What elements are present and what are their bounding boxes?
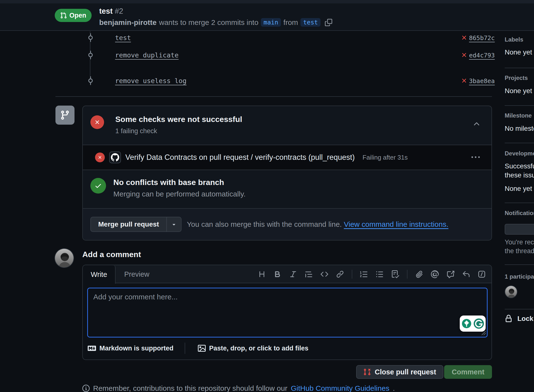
commit-sha-link[interactable]: ed4c793 bbox=[469, 52, 495, 59]
info-icon bbox=[82, 385, 90, 392]
sidebar-development-header: Development bbox=[505, 150, 534, 157]
copy-branch-icon[interactable] bbox=[325, 19, 332, 26]
merge-options-dropdown[interactable] bbox=[167, 217, 181, 231]
triangle-down-icon bbox=[171, 221, 177, 227]
status-badge-label: Open bbox=[69, 12, 86, 19]
notifications-note-line1: You're receiving notifications because y… bbox=[505, 239, 534, 246]
period: . bbox=[393, 384, 395, 392]
languagetool-icon[interactable] bbox=[461, 318, 472, 329]
markdown-supported-link[interactable]: Markdown is supported bbox=[88, 344, 173, 352]
numbered-list-icon[interactable] bbox=[360, 270, 368, 278]
lock-conversation-button[interactable]: Lock conversation bbox=[505, 315, 534, 323]
lock-icon bbox=[505, 315, 513, 323]
comment-editor-wrap bbox=[87, 288, 488, 338]
sidebar-labels-value: None yet bbox=[505, 48, 532, 56]
sidebar-notifications-header: Notifications bbox=[505, 210, 534, 217]
quote-icon[interactable] bbox=[305, 270, 313, 278]
add-files-label: Paste, drop, or click to add files bbox=[209, 345, 309, 352]
cli-merge-text: You can also merge this with the command… bbox=[187, 220, 449, 229]
contribution-note-text: Remember, contributions to this reposito… bbox=[93, 384, 287, 392]
chevron-up-icon[interactable] bbox=[472, 120, 481, 128]
comment-submit-button[interactable]: Comment bbox=[444, 365, 492, 379]
check-failed-x-icon bbox=[461, 34, 468, 41]
pr-title-text: test bbox=[99, 7, 113, 15]
status-badge: Open bbox=[55, 9, 92, 22]
commit-message-link[interactable]: test bbox=[115, 34, 131, 42]
check-name: Verify Data Contracts on pull request / … bbox=[125, 153, 355, 162]
github-logo-icon bbox=[111, 153, 119, 162]
head-branch-label[interactable]: test bbox=[300, 18, 320, 27]
contribution-note: Remember, contributions to this reposito… bbox=[82, 384, 395, 392]
sidebar-projects-header: Projects bbox=[505, 75, 528, 81]
pr-author[interactable]: benjamin-pirotte bbox=[99, 18, 157, 27]
commit-icon bbox=[86, 33, 95, 42]
git-pull-request-closed-icon bbox=[363, 368, 371, 376]
close-pull-request-label: Close pull request bbox=[375, 368, 436, 376]
kebab-menu-icon[interactable] bbox=[471, 153, 480, 162]
git-pull-request-icon bbox=[60, 12, 67, 19]
mention-icon[interactable] bbox=[431, 270, 439, 278]
sidebar-divider bbox=[505, 105, 534, 106]
sidebar-divider bbox=[505, 68, 534, 68]
pr-number: #2 bbox=[115, 7, 123, 15]
tab-preview[interactable]: Preview bbox=[121, 265, 153, 283]
pr-subtitle: benjamin-pirotte wants to merge 2 commit… bbox=[99, 18, 332, 27]
participant-avatar[interactable] bbox=[505, 285, 517, 298]
writing-assistant-widget bbox=[460, 316, 486, 332]
cli-instructions-link[interactable]: View command line instructions. bbox=[344, 220, 449, 228]
commit-icon bbox=[86, 76, 95, 85]
sidebar-projects-value: None yet bbox=[505, 87, 532, 95]
notifications-note-line2: the thread. bbox=[505, 247, 534, 255]
community-guidelines-link[interactable]: GitHub Community Guidelines bbox=[291, 384, 389, 392]
merge-pull-request-button[interactable]: Merge pull request bbox=[91, 217, 166, 231]
cross-reference-icon[interactable] bbox=[447, 270, 454, 278]
base-branch-label[interactable]: main bbox=[261, 18, 281, 27]
attach-file-icon[interactable] bbox=[415, 270, 423, 278]
markdown-toolbar bbox=[258, 265, 486, 283]
merge-pull-request-split-button: Merge pull request bbox=[90, 217, 182, 232]
cli-merge-sentence: You can also merge this with the command… bbox=[187, 220, 342, 228]
sidebar: Labels None yet Projects None yet Milest… bbox=[505, 31, 534, 392]
commit-message-link[interactable]: remove useless log bbox=[115, 77, 187, 85]
saved-replies-icon[interactable] bbox=[462, 270, 470, 278]
merge-action-bar: Merge pull request You can also merge th… bbox=[83, 209, 491, 240]
sidebar-milestone-value: No milestone bbox=[505, 125, 534, 132]
composer-tabstrip: Write Preview bbox=[83, 265, 491, 283]
add-files-button[interactable]: Paste, drop, or click to add files bbox=[198, 344, 309, 352]
link-icon[interactable] bbox=[336, 270, 344, 278]
markdown-supported-label: Markdown is supported bbox=[99, 345, 173, 352]
resize-handle[interactable] bbox=[481, 330, 486, 336]
toolbar-divider bbox=[352, 270, 352, 279]
italic-icon[interactable] bbox=[289, 270, 297, 278]
mergeability-section: No conflicts with base branch Merging ca… bbox=[83, 170, 491, 208]
notifications-subscribe-button[interactable] bbox=[505, 224, 534, 235]
markdown-icon bbox=[88, 344, 96, 352]
tab-write[interactable]: Write bbox=[83, 265, 116, 284]
commit-sha-link[interactable]: 3bae8ea bbox=[469, 77, 495, 85]
bullet-list-icon[interactable] bbox=[376, 270, 384, 278]
check-failed-icon bbox=[95, 152, 105, 162]
slash-commands-icon[interactable] bbox=[478, 270, 486, 278]
code-icon[interactable] bbox=[320, 270, 328, 278]
task-list-icon[interactable] bbox=[391, 270, 399, 278]
composer-footer: Markdown is supported Paste, drop, or cl… bbox=[88, 341, 487, 355]
mergeability-subtitle: Merging can be performed automatically. bbox=[113, 190, 246, 198]
sidebar-labels-header: Labels bbox=[505, 36, 523, 43]
commit-message-link[interactable]: remove duplicate bbox=[115, 51, 179, 59]
comment-composer: Write Preview bbox=[82, 265, 492, 360]
sidebar-participants-header: 1 participant bbox=[505, 273, 534, 280]
failing-check-row: Verify Data Contracts on pull request / … bbox=[83, 145, 491, 170]
pr-subtitle-text: wants to merge 2 commits into bbox=[159, 18, 258, 27]
from-word: from bbox=[283, 18, 298, 27]
grammarly-icon[interactable] bbox=[473, 318, 484, 329]
sidebar-divider bbox=[505, 264, 534, 265]
comment-input[interactable] bbox=[87, 288, 488, 338]
heading-icon[interactable] bbox=[258, 270, 266, 278]
close-pull-request-button[interactable]: Close pull request bbox=[356, 365, 443, 379]
footer-divider bbox=[185, 343, 185, 354]
commit-sha-link[interactable]: 865b72c bbox=[469, 34, 495, 42]
bold-icon[interactable] bbox=[274, 270, 281, 278]
pr-title: test #2 bbox=[99, 7, 123, 16]
commenter-avatar bbox=[54, 248, 74, 268]
sidebar-development-value: None yet bbox=[505, 185, 532, 193]
